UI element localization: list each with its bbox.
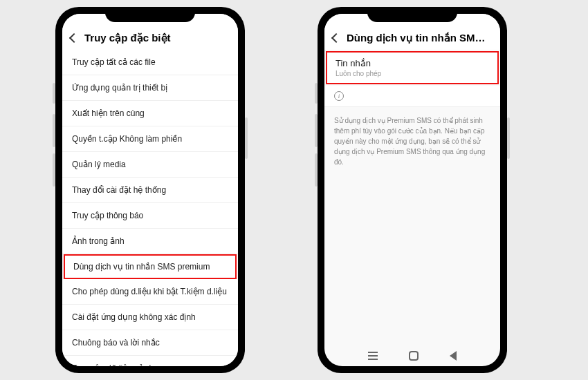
- back-icon[interactable]: [69, 33, 79, 43]
- side-button: [53, 83, 55, 104]
- screen-right: Dùng dịch vụ tin nhắn SMS pre… Tin nhắn …: [324, 14, 500, 366]
- side-button: [315, 114, 318, 147]
- phone-frame-right: Dùng dịch vụ tin nhắn SMS pre… Tin nhắn …: [318, 7, 507, 373]
- screen-left: Truy cập đặc biệt Truy cập tất cả các fi…: [62, 14, 238, 366]
- list-item[interactable]: Ảnh trong ảnh: [62, 229, 238, 254]
- list-item[interactable]: Truy cập dữ liệu sử dụng: [62, 356, 238, 366]
- list-item-sms-premium[interactable]: Dùng dịch vụ tin nhắn SMS premium: [64, 254, 237, 279]
- side-button: [53, 114, 55, 147]
- list-item[interactable]: Quyền t.cập Không làm phiền: [62, 126, 238, 152]
- nav-home-icon[interactable]: [409, 351, 419, 361]
- list-item[interactable]: Chuông báo và lời nhắc: [62, 330, 238, 356]
- phone-frame-left: Truy cập đặc biệt Truy cập tất cả các fi…: [55, 7, 245, 373]
- description-text: Sử dụng dịch vụ Premium SMS có thể phát …: [324, 107, 500, 175]
- list-item[interactable]: Truy cập tất cả các file: [62, 50, 238, 75]
- side-button: [507, 117, 510, 159]
- phone-notch: [105, 7, 195, 22]
- list-item[interactable]: Quản lý media: [62, 152, 238, 178]
- nav-back-icon[interactable]: [450, 351, 457, 361]
- side-button: [245, 117, 248, 159]
- list-item[interactable]: Xuất hiện trên cùng: [62, 101, 238, 126]
- back-icon[interactable]: [331, 33, 341, 43]
- nav-bar: [324, 345, 500, 366]
- list-item[interactable]: Thay đổi cài đặt hệ thống: [62, 178, 238, 203]
- page-title: Truy cập đặc biệt: [84, 32, 171, 44]
- phone-notch: [367, 7, 457, 22]
- info-row: i: [324, 86, 500, 107]
- app-item-subtitle: Luôn cho phép: [336, 70, 489, 77]
- list-item[interactable]: Cho phép dùng d.liệu khi bật T.kiệm d.li…: [62, 279, 238, 305]
- side-button: [53, 153, 55, 187]
- app-item-messages[interactable]: Tin nhắn Luôn cho phép: [326, 51, 499, 84]
- settings-list[interactable]: Truy cập tất cả các file Ứng dụng quản t…: [62, 50, 238, 366]
- info-icon: i: [334, 91, 344, 101]
- side-button: [315, 153, 318, 187]
- list-item[interactable]: Truy cập thông báo: [62, 203, 238, 229]
- page-title: Dùng dịch vụ tin nhắn SMS pre…: [347, 32, 492, 44]
- side-button: [315, 83, 318, 104]
- app-item-title: Tin nhắn: [336, 58, 489, 68]
- list-item[interactable]: Cài đặt ứng dụng không xác định: [62, 305, 238, 330]
- list-item[interactable]: Ứng dụng quản trị thiết bị: [62, 75, 238, 101]
- nav-recent-icon[interactable]: [368, 355, 378, 357]
